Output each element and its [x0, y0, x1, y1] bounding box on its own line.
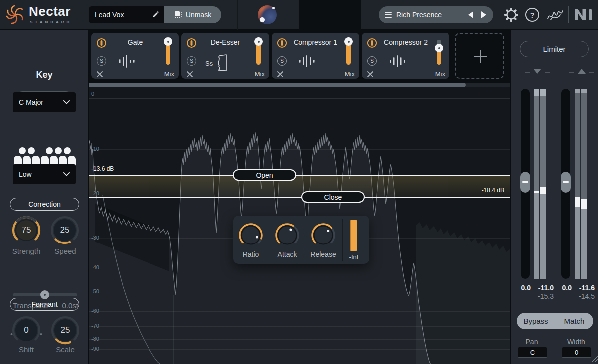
- output-arrow-up-icon: [578, 69, 586, 74]
- add-module-button[interactable]: [455, 33, 504, 79]
- open-threshold-line[interactable]: [89, 175, 510, 176]
- settings-gear-icon[interactable]: [504, 7, 519, 22]
- power-icon[interactable]: [367, 38, 377, 48]
- scale-knob[interactable]: 25: [49, 314, 81, 346]
- input-fader-handle[interactable]: [520, 172, 530, 193]
- release-knob[interactable]: [309, 221, 337, 249]
- nectar-logo-icon: [4, 3, 27, 26]
- pencil-icon[interactable]: [151, 11, 159, 19]
- chain-view-tab[interactable]: [299, 0, 361, 30]
- help-button[interactable]: ?: [525, 8, 539, 22]
- output-panel: Limiter: [510, 30, 598, 364]
- mix-slider-knob[interactable]: [164, 37, 172, 46]
- output-fader-handle[interactable]: [561, 172, 571, 193]
- output-rms-value: -11.6: [573, 284, 595, 292]
- preset-selector[interactable]: Rich Presence: [379, 6, 493, 23]
- input-gain-fader[interactable]: [521, 89, 530, 279]
- input-arrow-down-icon: [533, 69, 541, 74]
- correction-section-button[interactable]: Correction: [10, 198, 79, 211]
- track-name-field[interactable]: Lead Vox: [89, 6, 164, 23]
- input-meter-right: [540, 89, 546, 279]
- unmask-button[interactable]: Unmask: [164, 6, 221, 23]
- mix-label: Mix: [150, 70, 174, 78]
- close-label: Close: [324, 193, 342, 201]
- input-secondary-value: -15.3: [532, 292, 554, 300]
- db-tick: -50: [91, 288, 99, 294]
- close-threshold-value: -18.4 dB: [438, 187, 504, 194]
- bypass-button[interactable]: Bypass: [517, 313, 555, 329]
- input-peak-value: 0.0: [517, 284, 531, 292]
- module-title: De-Esser: [196, 38, 254, 46]
- close-module-icon[interactable]: [186, 71, 193, 78]
- module-card-compressor-2[interactable]: Compressor 2 S Mix: [362, 33, 449, 79]
- gain-reduction-meter: [350, 220, 357, 251]
- compressor-waveform-icon: [298, 54, 319, 69]
- module-card-gate[interactable]: Gate S Mix: [91, 33, 179, 79]
- limiter-button[interactable]: Limiter: [520, 41, 589, 57]
- meter-dash: [525, 72, 530, 73]
- power-icon[interactable]: [96, 38, 107, 48]
- db-tick: -90: [91, 346, 99, 352]
- module-scrollbar-thumb[interactable]: [89, 83, 466, 87]
- solo-glyph: S: [370, 58, 374, 64]
- key-panel-title: Key: [0, 70, 89, 80]
- width-value-box[interactable]: 0: [562, 347, 591, 358]
- module-scrollbar-track[interactable]: [89, 83, 510, 87]
- strength-label: Strength: [7, 247, 46, 255]
- match-button[interactable]: Match: [555, 313, 593, 329]
- signature-squiggle-icon[interactable]: [547, 8, 564, 22]
- register-dropdown-value: Low: [19, 170, 63, 178]
- solo-button[interactable]: S: [97, 56, 106, 66]
- mix-slider-knob[interactable]: [344, 37, 353, 46]
- scale-value: 25: [49, 314, 81, 346]
- assistant-sphere-icon[interactable]: [258, 5, 277, 24]
- close-threshold-handle[interactable]: Close: [301, 191, 365, 203]
- solo-button[interactable]: S: [367, 56, 377, 66]
- register-dropdown[interactable]: Low: [13, 164, 76, 184]
- module-card-deesser[interactable]: De-Esser S Ss Mix: [181, 33, 269, 79]
- module-title: Gate: [106, 38, 164, 46]
- close-module-icon[interactable]: [277, 71, 284, 78]
- resize-handle[interactable]: [592, 356, 598, 362]
- attack-knob[interactable]: [273, 221, 301, 249]
- solo-glyph: S: [190, 58, 193, 64]
- preset-prev-button[interactable]: [468, 11, 473, 18]
- pan-value-box[interactable]: C: [518, 347, 547, 358]
- open-threshold-handle[interactable]: Open: [233, 169, 296, 181]
- module-card-compressor-1[interactable]: Compressor 1 S Mix: [272, 33, 359, 79]
- brand-name: Nectar: [29, 4, 71, 19]
- solo-button[interactable]: S: [277, 56, 287, 66]
- gate-level-display: 0 -10 -20 -30 -40 -50 -60 -70 -80 -90 -1…: [89, 87, 510, 364]
- formant-section-button[interactable]: Formant: [10, 298, 79, 311]
- power-icon[interactable]: [186, 38, 197, 48]
- close-threshold-line[interactable]: [89, 197, 510, 198]
- ratio-knob[interactable]: [237, 221, 265, 249]
- db-tick: 0: [91, 91, 94, 97]
- output-gain-fader[interactable]: [561, 89, 570, 279]
- unmask-label: Unmask: [186, 11, 211, 19]
- solo-button[interactable]: S: [187, 56, 196, 66]
- width-value: 0: [575, 349, 578, 356]
- mix-slider-knob[interactable]: [254, 37, 263, 46]
- close-module-icon[interactable]: [96, 71, 103, 78]
- solo-glyph: S: [100, 58, 103, 64]
- mix-slider-knob[interactable]: [435, 44, 443, 52]
- speed-knob[interactable]: 25: [49, 214, 81, 246]
- bypass-match-group: Bypass Match: [517, 313, 593, 329]
- shift-knob[interactable]: 0: [10, 314, 42, 346]
- pan-value: C: [530, 349, 535, 356]
- gain-reduction-value: -Inf: [339, 253, 369, 261]
- db-tick: -30: [91, 235, 99, 241]
- mix-label: Mix: [331, 70, 355, 78]
- key-dropdown[interactable]: C Major: [13, 92, 76, 112]
- chevron-down-icon: [63, 100, 70, 104]
- brand-tier: STANDARD: [30, 20, 72, 24]
- preset-next-button[interactable]: [481, 11, 486, 18]
- mix-label: Mix: [241, 70, 265, 78]
- chevron-down-icon: [63, 172, 70, 176]
- strength-knob[interactable]: 75: [10, 214, 42, 246]
- output-meter-left: [575, 89, 580, 279]
- speed-label: Speed: [46, 247, 85, 255]
- close-module-icon[interactable]: [367, 71, 374, 78]
- power-icon[interactable]: [277, 38, 287, 48]
